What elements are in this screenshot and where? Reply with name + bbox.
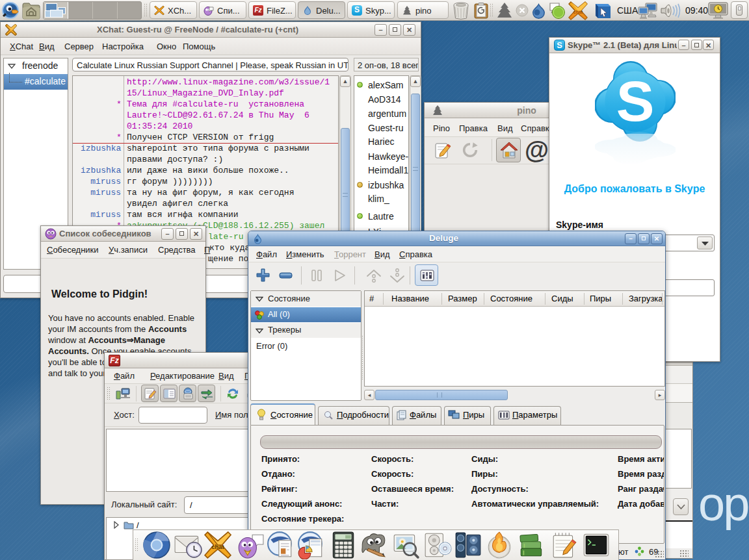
- svg-text:chat: chat: [211, 543, 224, 550]
- svg-text:S: S: [616, 69, 655, 133]
